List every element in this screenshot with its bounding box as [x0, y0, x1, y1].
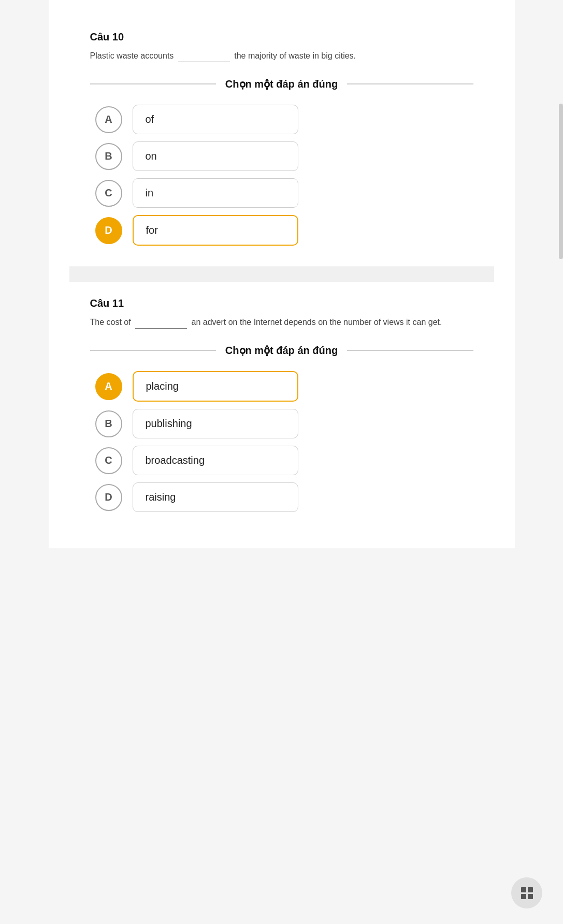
option-row-11-a[interactable]: A placing: [95, 371, 473, 402]
question-10-divider: Chọn một đáp án đúng: [90, 78, 473, 90]
option-box-10-a: of: [133, 105, 298, 134]
grid-cell-1: [521, 887, 526, 892]
question-11-options: A placing B publishing C broad: [90, 371, 473, 512]
divider-line-right-11: [347, 350, 473, 351]
option-row-10-a[interactable]: A of: [95, 105, 473, 134]
question-11-text: The cost of an advert on the Internet de…: [90, 316, 473, 329]
divider-line-left-11: [90, 350, 216, 351]
page-container: Câu 10 Plastic waste accounts the majori…: [49, 0, 515, 548]
option-row-11-b[interactable]: B publishing: [95, 409, 473, 438]
option-box-11-a: placing: [133, 371, 298, 402]
divider-line-right: [347, 83, 473, 84]
question-10-text: Plastic waste accounts the majority of w…: [90, 49, 473, 62]
option-row-10-b[interactable]: B on: [95, 141, 473, 171]
separator: [69, 266, 494, 282]
question-block-10: Câu 10 Plastic waste accounts the majori…: [69, 16, 494, 266]
question-11-text-after: an advert on the Internet depends on the…: [192, 318, 442, 326]
question-10-blank: [178, 49, 230, 62]
option-row-10-d[interactable]: D for: [95, 215, 473, 246]
question-11-text-before: The cost of: [90, 318, 131, 326]
option-circle-11-d: D: [95, 484, 122, 511]
question-11-blank: [135, 316, 187, 329]
option-row-10-c[interactable]: C in: [95, 178, 473, 208]
option-row-11-c[interactable]: C broadcasting: [95, 446, 473, 475]
divider-line-left: [90, 83, 216, 84]
question-10-divider-label: Chọn một đáp án đúng: [225, 78, 338, 90]
option-circle-10-b: B: [95, 143, 122, 170]
option-box-10-b: on: [133, 141, 298, 171]
question-10-text-before: Plastic waste accounts: [90, 51, 174, 60]
grid-cell-4: [528, 894, 533, 899]
option-box-10-d: for: [133, 215, 298, 246]
option-circle-11-b: B: [95, 410, 122, 437]
option-box-11-d: raising: [133, 482, 298, 512]
option-circle-11-a: A: [95, 373, 122, 400]
option-circle-10-c: C: [95, 180, 122, 207]
grid-cell-3: [521, 894, 526, 899]
question-11-title: Câu 11: [90, 297, 473, 309]
grid-icon: [521, 887, 533, 899]
option-box-10-c: in: [133, 178, 298, 208]
option-box-11-c: broadcasting: [133, 446, 298, 475]
question-11-divider-label: Chọn một đáp án đúng: [225, 344, 338, 357]
grid-button[interactable]: [511, 877, 542, 908]
question-10-options: A of B on C in: [90, 105, 473, 246]
option-circle-11-c: C: [95, 447, 122, 474]
grid-cell-2: [528, 887, 533, 892]
question-block-11: Câu 11 The cost of an advert on the Inte…: [69, 282, 494, 533]
option-box-11-b: publishing: [133, 409, 298, 438]
option-circle-10-a: A: [95, 106, 122, 133]
question-10-title: Câu 10: [90, 31, 473, 43]
option-circle-10-d: D: [95, 217, 122, 244]
option-row-11-d[interactable]: D raising: [95, 482, 473, 512]
question-11-divider: Chọn một đáp án đúng: [90, 344, 473, 357]
scrollbar[interactable]: [559, 104, 563, 259]
question-10-text-after: the majority of waste in big cities.: [234, 51, 356, 60]
